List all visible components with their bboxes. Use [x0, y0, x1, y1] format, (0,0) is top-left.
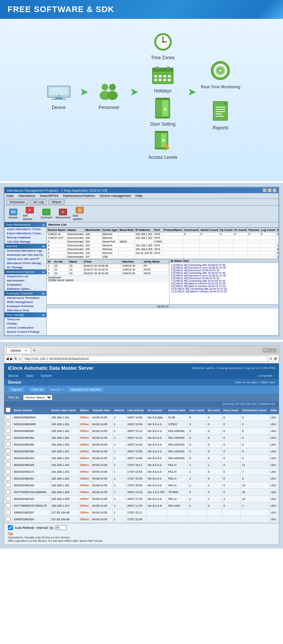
star-icon[interactable]: ★: [269, 357, 272, 361]
iclock-row-check[interactable]: [5, 469, 12, 475]
auto-refresh-checkbox[interactable]: [8, 525, 13, 530]
sidebar-dbopt[interactable]: Database Option...: [5, 287, 46, 291]
iclock-serial: 66691825600504: [12, 414, 50, 421]
group-door[interactable]: Door manage▲: [5, 312, 46, 317]
sidebar-download-user[interactable]: Download user info and Fp: [5, 253, 46, 257]
sidebar-timezone[interactable]: Timezone: [5, 317, 46, 321]
forward-icon[interactable]: ▶: [10, 357, 13, 361]
nav-device[interactable]: Device: [8, 373, 18, 379]
selected-count: Selected: 0: [49, 388, 64, 391]
sidebar-shifts[interactable]: Shifts Management: [5, 300, 46, 304]
iclock-row-check[interactable]: [5, 441, 12, 448]
sidebar-download-logs[interactable]: Download attendance logs: [5, 249, 46, 253]
timezone-icon: [148, 30, 178, 53]
sidebar-emp-schedule[interactable]: Employee Schedule: [5, 304, 46, 308]
iclock-row-check[interactable]: [5, 496, 12, 503]
iclock-row-check[interactable]: [5, 428, 12, 435]
iclock-row-check[interactable]: [5, 489, 12, 496]
browser-win-controls[interactable]: _ □ ×: [263, 348, 277, 352]
iclock-row-check[interactable]: [5, 435, 12, 441]
sidebar-employees[interactable]: Employees: [5, 283, 46, 287]
sidebar-access[interactable]: Access Control Privilege: [5, 330, 46, 334]
iclock-serial: 3929182460265: [12, 428, 50, 435]
iclock-row-check[interactable]: [5, 475, 12, 482]
sidebar-admin[interactable]: Administrator: [5, 278, 46, 283]
menu-device[interactable]: Device management: [100, 194, 131, 198]
iclock-fw: [146, 509, 167, 516]
cell-ip: [135, 240, 154, 244]
menu-search[interactable]: Search/Print: [40, 194, 59, 198]
menu-help[interactable]: Help: [135, 194, 143, 198]
menu-maintenance[interactable]: Maintenance/Options: [63, 194, 95, 198]
nav-data[interactable]: Data: [26, 373, 33, 379]
language-selector[interactable]: -- Language --: [252, 373, 279, 379]
menu-attendance[interactable]: Attendance: [18, 194, 35, 198]
iclock-row-check[interactable]: [5, 462, 12, 469]
browser-close-btn[interactable]: ×: [272, 348, 277, 352]
sidebar-att-rule[interactable]: Attendance Rule: [5, 308, 46, 312]
group-data-maintenance[interactable]: Data Maintenance▲: [5, 222, 46, 227]
tab-aclog[interactable]: AC Log: [30, 200, 47, 204]
maximize-btn[interactable]: □: [268, 188, 272, 192]
iclock-row-check[interactable]: [5, 455, 12, 462]
clear-all-btn[interactable]: Clear All: [28, 387, 46, 392]
btn-device[interactable]: Device: [6, 209, 20, 219]
sidebar-usb[interactable]: Usb Disk Manage: [5, 240, 46, 244]
log-table: Id Ac-No Name sTime Machine Verify Mode …: [47, 259, 169, 275]
group-machine[interactable]: Machine▲: [5, 244, 46, 249]
tab-close-icon[interactable]: ×: [25, 349, 27, 352]
settings-icon[interactable]: ⚙: [274, 357, 277, 361]
iclock-row-check[interactable]: [5, 516, 12, 523]
sidebar-upload-opt[interactable]: Upload Options: [5, 334, 46, 335]
iclock-row-check[interactable]: [5, 414, 12, 421]
close-btn[interactable]: ×: [272, 188, 277, 192]
win-controls[interactable]: _ □ ×: [263, 188, 277, 192]
btn-exit[interactable]: ⏻ Exit system: [73, 207, 86, 221]
browser-max-btn[interactable]: □: [268, 348, 272, 352]
cell-fp: [219, 247, 234, 251]
append-btn[interactable]: Append: [8, 387, 25, 392]
iclock-row-check[interactable]: [5, 482, 12, 489]
group-maintenance[interactable]: Maintenance/Options▲: [5, 269, 46, 274]
sidebar-ac-manage[interactable]: AC Manage: [5, 265, 46, 269]
sidebar-import[interactable]: Import Attendance Checking Data: [5, 227, 46, 231]
new-tab-icon[interactable]: +: [33, 347, 36, 353]
iclock-browser-tab[interactable]: Device ×: [6, 347, 31, 353]
back-icon[interactable]: ◀: [6, 357, 9, 361]
sidebar-backup[interactable]: Backup Database: [5, 235, 46, 240]
interval-input[interactable]: [55, 525, 67, 530]
iclock-row-check[interactable]: [5, 503, 12, 509]
btn-connect[interactable]: ↔ Connect: [40, 209, 53, 219]
svg-point-30: [164, 108, 166, 111]
browser-url[interactable]: http://192.168.1.88:8082/iclock/data/Icl…: [22, 356, 268, 362]
btn-disconnect[interactable]: ⊘ Disconnect: [56, 209, 70, 219]
filter-select[interactable]: Device Status: [23, 395, 52, 400]
sidebar-unlock[interactable]: Unlock Combination: [5, 326, 46, 330]
select-all-checkbox[interactable]: [6, 407, 11, 412]
minimize-btn[interactable]: _: [263, 188, 267, 192]
home-icon[interactable]: ⌂: [19, 357, 21, 361]
operation-btn[interactable]: Operation for selected: [67, 387, 104, 392]
iclock-interval: 1: [112, 482, 126, 489]
iclock-row-check[interactable]: [5, 421, 12, 428]
sidebar-dept[interactable]: Department List: [5, 274, 46, 278]
tab-report[interactable]: Report: [49, 200, 65, 204]
group-employee-schedule[interactable]: Employee Schedule▲: [5, 291, 46, 296]
nav-system[interactable]: System: [41, 373, 52, 379]
col-users: UserCount: [183, 228, 199, 232]
menu-data[interactable]: Data: [6, 194, 14, 198]
refresh-icon[interactable]: ↻: [14, 357, 17, 361]
iclock-row-check[interactable]: [5, 448, 12, 455]
sidebar-upload-user[interactable]: Upload user info and FP: [5, 257, 46, 261]
monitor-label: Real-Time Monitoring: [201, 85, 240, 89]
btn-del-device[interactable]: ✕ Del Device: [23, 207, 37, 221]
sidebar-holiday[interactable]: Holiday: [5, 321, 46, 326]
sidebar-photo[interactable]: Attendance Photo Management: [5, 261, 46, 265]
sidebar-export[interactable]: Export Attendance Checking Data: [5, 231, 46, 235]
sidebar-timetables[interactable]: Maintenance Timetables: [5, 296, 46, 300]
tab-employees[interactable]: Employees: [6, 200, 28, 204]
browser-min-btn[interactable]: _: [263, 348, 267, 352]
col-machineno: MachineNo: [85, 228, 102, 232]
svg-point-4: [58, 95, 60, 97]
iclock-row-check[interactable]: [5, 509, 12, 516]
